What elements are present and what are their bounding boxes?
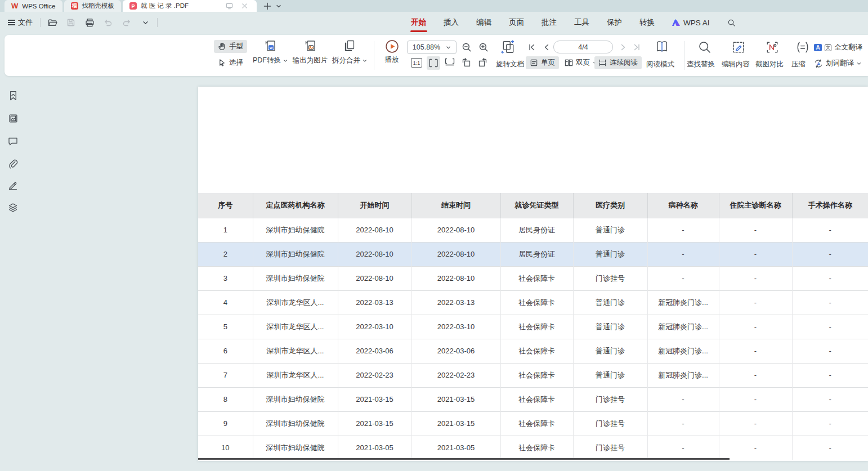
edit-content-button[interactable]: 编辑内容	[722, 60, 750, 69]
menu-tab-tools[interactable]: 工具	[573, 14, 590, 31]
cell-seq: 1	[198, 218, 253, 242]
compress-icon[interactable]	[796, 41, 809, 54]
zoom-in-button[interactable]	[478, 42, 489, 52]
fulltext-translate-button[interactable]: A 文 全文翻译	[814, 43, 862, 52]
tab-document-pdf[interactable]: P 就 医 记 录 .PDF	[123, 0, 257, 12]
cell-diagnosis: -	[719, 218, 792, 242]
previous-page-button[interactable]	[540, 41, 553, 53]
read-mode-button[interactable]: 阅读模式	[646, 60, 674, 69]
select-tool-button[interactable]: 选择	[214, 56, 247, 69]
tab-label: 就 医 记 录 .PDF	[141, 2, 189, 10]
thumbnail-panel-icon[interactable]	[7, 113, 19, 124]
read-mode-icon[interactable]	[655, 39, 669, 54]
rotate-left-button[interactable]	[461, 57, 471, 68]
split-merge-label: 拆分合并	[332, 56, 360, 65]
cell-start-date: 2021-03-05	[338, 436, 411, 460]
zoom-out-button[interactable]	[462, 42, 472, 52]
single-page-button[interactable]: 单页	[526, 56, 559, 69]
table-header-cell: 住院主诊断名称	[719, 193, 792, 218]
fit-width-button[interactable]	[427, 56, 440, 70]
cell-start-date: 2022-08-10	[338, 218, 411, 242]
quickbar-chevron-icon[interactable]	[138, 16, 152, 29]
menu-tab-protect[interactable]: 保护	[606, 14, 623, 31]
cell-org: 深圳市妇幼保健院	[253, 218, 338, 242]
edit-content-icon[interactable]	[732, 41, 745, 54]
comment-panel-icon[interactable]	[7, 136, 19, 147]
screenshot-compare-button[interactable]: 截图对比	[755, 60, 784, 69]
cell-credential: 社会保障卡	[500, 363, 573, 387]
cell-operation: -	[792, 363, 868, 387]
cell-org: 深圳市妇幼保健院	[253, 387, 338, 411]
chevron-down-icon	[283, 59, 288, 63]
attachment-panel-icon[interactable]	[7, 158, 19, 169]
cell-credential: 居民身份证	[500, 242, 573, 266]
next-page-button[interactable]	[617, 41, 629, 53]
file-menu-button[interactable]: 文件	[6, 16, 35, 29]
wps-ai-label: WPS AI	[683, 19, 710, 27]
play-button[interactable]: 播放	[378, 39, 406, 65]
cell-end-date: 2022-08-10	[411, 242, 500, 266]
split-merge-button[interactable]: 拆分合并	[327, 39, 372, 65]
cell-care-type: 普通门诊	[573, 315, 647, 339]
cell-disease: -	[647, 411, 719, 436]
save-icon[interactable]	[64, 16, 78, 29]
cell-start-date: 2022-02-23	[338, 363, 411, 387]
cell-disease: -	[647, 266, 719, 290]
menu-tab-page[interactable]: 页面	[508, 14, 525, 31]
menu-tab-edit[interactable]: 编辑	[475, 14, 493, 31]
tab-docer-templates[interactable]: 稻 找稻壳模板	[64, 0, 122, 12]
cell-diagnosis: -	[719, 339, 792, 363]
close-tab-icon[interactable]	[239, 0, 250, 12]
zoom-level-select[interactable]: 105.88%	[407, 41, 457, 54]
menu-tab-annotate[interactable]: 批注	[540, 14, 558, 31]
cell-disease: -	[647, 218, 719, 242]
tab-wps-office[interactable]: W WPS Office	[5, 0, 62, 12]
signature-panel-icon[interactable]	[7, 180, 19, 191]
print-icon[interactable]	[83, 16, 96, 29]
bookmark-panel-icon[interactable]	[7, 90, 19, 101]
cell-org: 深圳市龙华区人...	[253, 339, 338, 363]
cursor-icon	[218, 59, 226, 67]
cell-credential: 居民身份证	[500, 218, 573, 242]
compress-button[interactable]: 压缩	[791, 60, 806, 69]
hand-tool-button[interactable]: 手型	[214, 40, 247, 53]
menu-tab-convert[interactable]: 转换	[638, 14, 656, 31]
first-page-button[interactable]	[526, 41, 538, 53]
cell-seq: 4	[198, 290, 253, 315]
cell-disease: 新冠肺炎门诊...	[647, 363, 719, 387]
divider	[157, 18, 158, 27]
cell-diagnosis: -	[719, 290, 792, 315]
fit-page-button[interactable]	[445, 58, 455, 66]
open-file-icon[interactable]	[46, 16, 59, 29]
word-translate-button[interactable]: A 划词翻译	[814, 59, 861, 68]
export-image-button[interactable]: 输出为图片	[288, 39, 333, 65]
find-replace-icon[interactable]	[698, 41, 712, 54]
tab-list-chevron-icon[interactable]	[273, 0, 284, 12]
find-replace-button[interactable]: 查找替换	[687, 60, 715, 69]
rotate-doc-button[interactable]: 旋转文档	[496, 60, 524, 69]
cell-credential: 社会保障卡	[500, 315, 573, 339]
cell-seq: 5	[198, 315, 253, 339]
rotate-doc-icon[interactable]	[501, 39, 516, 54]
layers-panel-icon[interactable]	[7, 202, 19, 213]
divider	[40, 18, 41, 27]
share-screen-icon[interactable]	[223, 0, 235, 12]
continuous-read-button[interactable]: 连续阅读	[594, 56, 642, 69]
zoom-value: 105.88%	[413, 43, 440, 51]
last-page-button[interactable]	[630, 41, 643, 53]
pdf-convert-button[interactable]: W PDF转换	[248, 39, 293, 65]
menu-search-icon[interactable]	[726, 15, 737, 30]
menu-tab-wps-ai[interactable]: WPS AI	[671, 15, 711, 30]
actual-size-button[interactable]: 1:1	[411, 58, 422, 68]
menu-tab-insert[interactable]: 插入	[442, 14, 460, 31]
screenshot-compare-icon[interactable]	[766, 41, 779, 54]
redo-icon[interactable]	[120, 16, 133, 29]
new-tab-icon[interactable]	[262, 0, 273, 12]
double-page-icon	[565, 59, 573, 67]
menu-tab-home[interactable]: 开始	[410, 14, 427, 31]
page-indicator-input[interactable]: 4/4	[553, 41, 613, 53]
table-row: 9 深圳市妇幼保健院 2021-03-15 2021-03-15 社会保障卡 门…	[198, 411, 868, 436]
table-row: 1 深圳市妇幼保健院 2022-08-10 2022-08-10 居民身份证 普…	[198, 218, 868, 242]
rotate-right-button[interactable]	[478, 57, 488, 68]
undo-icon[interactable]	[101, 16, 115, 29]
